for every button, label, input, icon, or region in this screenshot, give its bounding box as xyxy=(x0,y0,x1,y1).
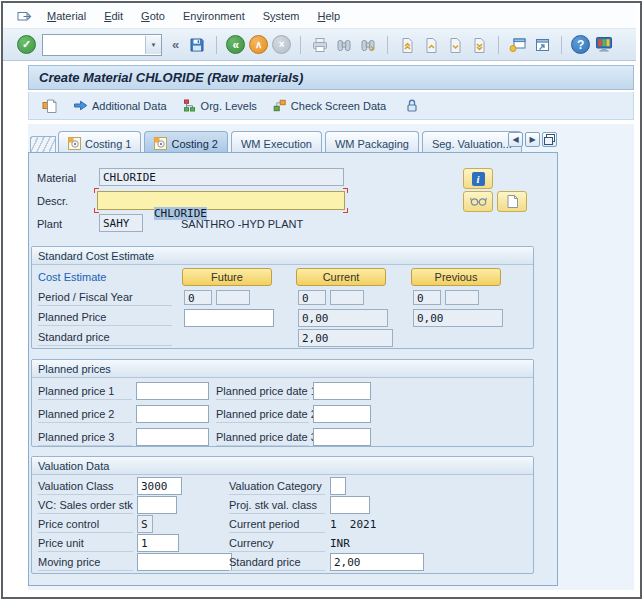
planned-price-date-2-field[interactable] xyxy=(313,405,371,423)
find-button[interactable] xyxy=(334,35,354,55)
command-field-input[interactable] xyxy=(43,36,145,54)
standard-price-valuation-field[interactable]: 2,00 xyxy=(330,553,424,571)
valuation-category-field[interactable] xyxy=(330,477,346,495)
standard-price-valuation-label: Standard price xyxy=(229,556,325,571)
new-session-button[interactable] xyxy=(508,35,528,55)
standard-cost-estimate-group: Standard Cost Estimate Cost Estimate Fut… xyxy=(31,246,534,349)
create-shortcut-button[interactable] xyxy=(532,35,552,55)
previous-page-icon xyxy=(423,37,439,53)
tab-wm-packaging[interactable]: WM Packaging xyxy=(325,131,419,152)
exit-button[interactable]: ∧ xyxy=(249,35,268,54)
next-page-button[interactable] xyxy=(445,35,465,55)
toolbar-separator xyxy=(561,36,562,54)
tab-seg-valuation[interactable]: Seg. Valuation... xyxy=(422,131,522,152)
standard-price-current-field: 2,00 xyxy=(298,329,393,347)
planned-price-future-field[interactable] xyxy=(184,309,274,327)
collapse-toolbar-toggle[interactable]: « xyxy=(168,37,183,52)
focus-corner xyxy=(94,188,99,193)
valuation-class-field[interactable]: 3000 xyxy=(137,477,182,495)
planned-price-date-1-field[interactable] xyxy=(313,382,371,400)
price-unit-field[interactable]: 1 xyxy=(137,534,179,552)
planned-price-date-3-label: Planned price date 3 xyxy=(216,431,309,446)
menu-edit[interactable]: Edit xyxy=(95,7,132,25)
menu-environment[interactable]: Environment xyxy=(174,7,254,25)
valuation-data-group: Valuation Data Valuation Class 3000 Valu… xyxy=(31,456,534,574)
tab-list-button[interactable] xyxy=(542,132,557,147)
planned-price-label: Planned Price xyxy=(38,311,172,326)
material-field: CHLORIDE xyxy=(99,168,344,186)
period-previous-field: 0 xyxy=(413,290,441,305)
check-screen-data-button[interactable]: Check Screen Data xyxy=(267,96,391,115)
last-page-button[interactable] xyxy=(469,35,489,55)
print-button[interactable] xyxy=(310,35,330,55)
toolbar-separator xyxy=(387,36,388,54)
planned-price-3-field[interactable] xyxy=(136,428,209,446)
cancel-button[interactable]: × xyxy=(272,35,291,54)
first-page-button[interactable] xyxy=(397,35,417,55)
check-icon: ✓ xyxy=(22,39,31,50)
enter-button[interactable]: ✓ xyxy=(17,35,36,54)
planned-prices-group: Planned prices Planned price 1 Planned p… xyxy=(31,359,534,447)
back-button[interactable]: « xyxy=(226,35,245,54)
previous-page-button[interactable] xyxy=(421,35,441,55)
customize-layout-button[interactable] xyxy=(594,35,614,55)
tab-scroll-left-button[interactable]: ◀ xyxy=(508,132,523,147)
menu-accel: G xyxy=(141,10,150,22)
additional-data-button[interactable]: Additional Data xyxy=(68,97,172,114)
display-other-material-button[interactable] xyxy=(37,96,63,116)
moving-price-field[interactable] xyxy=(137,553,232,571)
future-button[interactable]: Future xyxy=(182,268,272,286)
costing-2-panel: Material CHLORIDE Descr. CHLORIDE Plant … xyxy=(28,152,558,586)
current-period-value: 1 2021 xyxy=(330,518,376,531)
menu-text: oto xyxy=(150,10,165,22)
planned-price-1-field[interactable] xyxy=(136,382,209,400)
group-title: Valuation Data xyxy=(32,457,533,475)
menu-help[interactable]: Help xyxy=(308,7,349,25)
price-control-field: S xyxy=(137,515,153,533)
fiscal-year-future-field xyxy=(216,290,250,305)
tab-label: Costing 2 xyxy=(171,138,217,150)
focus-corner xyxy=(94,208,99,213)
command-dropdown-button[interactable]: ▼ xyxy=(145,36,161,54)
period-current-field: 0 xyxy=(298,290,326,305)
tab-label: Costing 1 xyxy=(85,138,131,150)
system-menu-icon[interactable] xyxy=(17,9,32,22)
help-button[interactable]: ? xyxy=(571,35,590,54)
glasses-icon xyxy=(470,196,487,207)
valuation-category-label: Valuation Category xyxy=(229,480,325,495)
plant-description: SANTHRO -HYD PLANT xyxy=(181,218,303,230)
cost-estimate-label[interactable]: Cost Estimate xyxy=(38,271,106,283)
menu-text: dit xyxy=(111,10,123,22)
plant-label: Plant xyxy=(37,218,62,230)
tab-costing-2[interactable]: Costing 2 xyxy=(144,131,227,152)
descr-label: Descr. xyxy=(37,195,68,207)
save-button[interactable] xyxy=(187,35,207,55)
vc-sales-order-stk-field[interactable] xyxy=(137,496,177,514)
menu-material[interactable]: Material xyxy=(38,7,95,25)
tab-scroll-right-button[interactable]: ▶ xyxy=(525,132,540,147)
moving-price-label: Moving price xyxy=(38,556,133,571)
currency-label: Currency xyxy=(229,537,325,552)
descr-field[interactable]: CHLORIDE xyxy=(97,191,345,210)
create-view-button[interactable] xyxy=(497,191,527,212)
period-future-field: 0 xyxy=(184,290,212,305)
lock-button[interactable] xyxy=(400,96,424,115)
info-button[interactable]: i xyxy=(463,168,493,189)
org-levels-button[interactable]: Org. Levels xyxy=(177,96,262,115)
tab-costing-1[interactable]: Costing 1 xyxy=(58,131,141,152)
menu-goto[interactable]: Goto xyxy=(132,7,174,25)
tab-label: WM Execution xyxy=(241,138,312,150)
proj-stk-val-class-field[interactable] xyxy=(330,496,370,514)
current-button[interactable]: Current xyxy=(296,268,386,286)
previous-button[interactable]: Previous xyxy=(411,268,501,286)
tab-wm-execution[interactable]: WM Execution xyxy=(231,131,322,152)
toolbar-separator xyxy=(498,36,499,54)
planned-price-date-3-field[interactable] xyxy=(313,428,371,446)
planned-price-3-label: Planned price 3 xyxy=(38,431,132,446)
display-view-button[interactable] xyxy=(463,191,493,212)
planned-price-2-field[interactable] xyxy=(136,405,209,423)
create-shortcut-icon xyxy=(534,37,551,53)
menu-system[interactable]: System xyxy=(254,7,309,25)
group-title: Standard Cost Estimate xyxy=(32,247,533,265)
find-next-button[interactable] xyxy=(358,35,378,55)
